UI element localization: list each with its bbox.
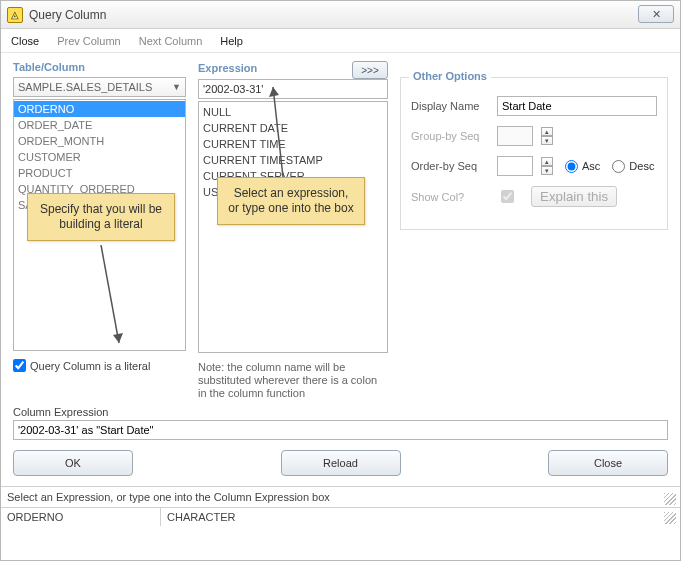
column-expression-label: Column Expression bbox=[13, 406, 668, 418]
asc-radio[interactable] bbox=[565, 160, 578, 173]
column-expression-input[interactable] bbox=[13, 420, 668, 440]
group-by-label: Group-by Seq bbox=[411, 130, 489, 142]
expression-more-button[interactable]: >>> bbox=[352, 61, 388, 79]
menu-next-column[interactable]: Next Column bbox=[139, 35, 203, 47]
table-dropdown[interactable]: SAMPLE.SALES_DETAILS ▼ bbox=[13, 77, 186, 97]
table-dropdown-value: SAMPLE.SALES_DETAILS bbox=[18, 81, 152, 93]
column-expression-section: Column Expression bbox=[1, 404, 680, 440]
titlebar: ◬ Query Column ✕ bbox=[1, 1, 680, 29]
asc-label: Asc bbox=[582, 160, 600, 172]
display-name-label: Display Name bbox=[411, 100, 489, 112]
status-meta: ORDERNO CHARACTER bbox=[1, 507, 680, 526]
menu-prev-column[interactable]: Prev Column bbox=[57, 35, 121, 47]
desc-label: Desc bbox=[629, 160, 654, 172]
expression-list-item[interactable]: CURRENT TIME bbox=[199, 136, 387, 152]
menu-close[interactable]: Close bbox=[11, 35, 39, 47]
status-hint: Select an Expression, or type one into t… bbox=[1, 486, 680, 507]
resize-grip-icon bbox=[664, 493, 676, 505]
explain-button: Explain this bbox=[531, 186, 617, 207]
options-panel: Other Options Display Name Group-by Seq … bbox=[400, 61, 668, 400]
expression-listbox[interactable]: NULLCURRENT DATECURRENT TIMECURRENT TIME… bbox=[198, 101, 388, 353]
content-area: Table/Column SAMPLE.SALES_DETAILS ▼ ORDE… bbox=[1, 53, 680, 404]
order-by-label: Order-by Seq bbox=[411, 160, 489, 172]
dialog-button-row: OK Reload Close bbox=[1, 440, 680, 486]
other-options-legend: Other Options bbox=[409, 70, 491, 82]
expression-panel: Expression >>> NULLCURRENT DATECURRENT T… bbox=[198, 61, 388, 400]
chevron-down-icon: ▼ bbox=[172, 82, 181, 92]
callout-expression: Select an expression, or type one into t… bbox=[217, 177, 365, 225]
group-by-spinner: ▴▾ bbox=[541, 127, 553, 145]
expression-list-item[interactable]: CURRENT TIMESTAMP bbox=[199, 152, 387, 168]
window-close-button[interactable]: ✕ bbox=[638, 5, 674, 23]
literal-checkbox[interactable] bbox=[13, 359, 26, 372]
column-list-item[interactable]: ORDER_MONTH bbox=[14, 133, 185, 149]
callout-literal: Specify that you will be building a lite… bbox=[27, 193, 175, 241]
show-col-label: Show Col? bbox=[411, 191, 489, 203]
expression-list-item[interactable]: NULL bbox=[199, 104, 387, 120]
literal-label: Query Column is a literal bbox=[30, 360, 150, 372]
status-column-name: ORDERNO bbox=[1, 508, 161, 526]
column-list-item[interactable]: PRODUCT bbox=[14, 165, 185, 181]
status-column-type: CHARACTER bbox=[161, 508, 241, 526]
desc-radio[interactable] bbox=[612, 160, 625, 173]
column-list-item[interactable]: CUSTOMER bbox=[14, 149, 185, 165]
other-options-group: Other Options Display Name Group-by Seq … bbox=[400, 77, 668, 230]
close-button[interactable]: Close bbox=[548, 450, 668, 476]
order-by-input[interactable] bbox=[497, 156, 533, 176]
expression-list-item[interactable]: CURRENT DATE bbox=[199, 120, 387, 136]
window-title: Query Column bbox=[29, 8, 106, 22]
menu-help[interactable]: Help bbox=[220, 35, 243, 47]
expression-note: Note: the column name will be substitute… bbox=[198, 361, 388, 400]
column-list-item[interactable]: ORDER_DATE bbox=[14, 117, 185, 133]
resize-grip-icon[interactable] bbox=[664, 512, 676, 524]
order-by-spinner[interactable]: ▴▾ bbox=[541, 157, 553, 175]
show-col-checkbox bbox=[501, 190, 514, 203]
table-column-label: Table/Column bbox=[13, 61, 186, 73]
display-name-input[interactable] bbox=[497, 96, 657, 116]
app-icon: ◬ bbox=[7, 7, 23, 23]
expression-input[interactable] bbox=[198, 79, 388, 99]
ok-button[interactable]: OK bbox=[13, 450, 133, 476]
menubar: Close Prev Column Next Column Help bbox=[1, 29, 680, 53]
group-by-input bbox=[497, 126, 533, 146]
query-column-dialog: ◬ Query Column ✕ Close Prev Column Next … bbox=[0, 0, 681, 561]
column-list-item[interactable]: ORDERNO bbox=[14, 101, 185, 117]
expression-label: Expression bbox=[198, 62, 257, 74]
reload-button[interactable]: Reload bbox=[281, 450, 401, 476]
